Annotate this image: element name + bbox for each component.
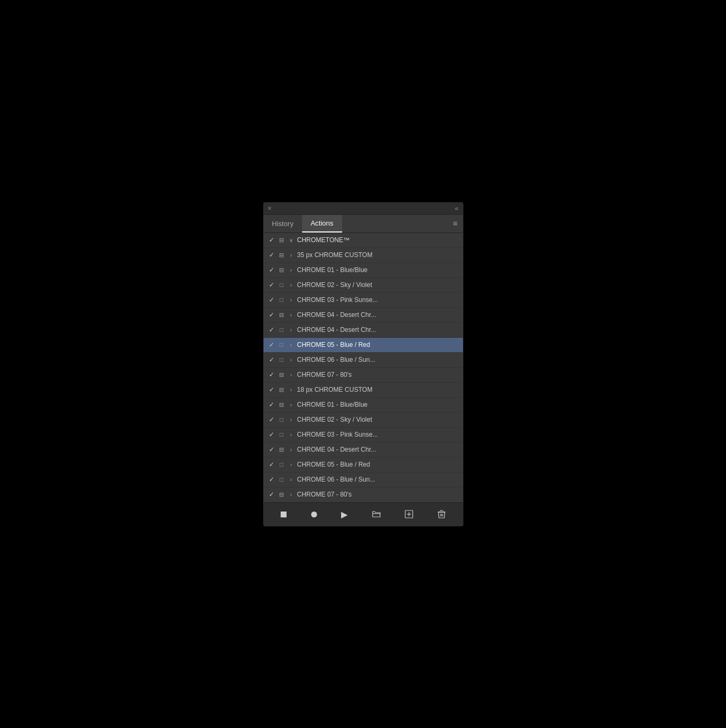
new-set-button[interactable] xyxy=(368,508,385,520)
folder-icon-12: ⊟ xyxy=(276,401,287,408)
action-row-16[interactable]: ✓ □ › CHROME 05 - Blue / Red xyxy=(264,458,463,473)
action-row-18[interactable]: ✓ ⊟ › CHROME 07 - 80's xyxy=(264,487,463,502)
check-icon-8: ✓ xyxy=(267,341,276,348)
empty-icon-7: □ xyxy=(276,327,287,333)
expand-icon-4[interactable]: › xyxy=(287,282,296,288)
empty-icon-8: □ xyxy=(276,342,287,348)
expand-icon-18[interactable]: › xyxy=(287,492,296,498)
check-icon-10: ✓ xyxy=(267,371,276,378)
action-row-6[interactable]: ✓ ⊟ › CHROME 04 - Desert Chr... xyxy=(264,308,463,323)
check-icon-9: ✓ xyxy=(267,356,276,363)
expand-icon-6[interactable]: › xyxy=(287,312,296,318)
expand-icon-9[interactable]: › xyxy=(287,357,296,363)
action-row-9[interactable]: ✓ □ › CHROME 06 - Blue / Sun... xyxy=(264,353,463,368)
panel-menu-icon[interactable]: ≡ xyxy=(447,215,462,232)
row-label-13: CHROME 02 - Sky / Violet xyxy=(296,416,460,423)
check-icon-16: ✓ xyxy=(267,461,276,468)
row-label-7: CHROME 04 - Desert Chr... xyxy=(296,326,460,334)
folder-icon-18: ⊟ xyxy=(276,491,287,498)
action-row-7[interactable]: ✓ □ › CHROME 04 - Desert Chr... xyxy=(264,323,463,338)
expand-icon-16[interactable]: › xyxy=(287,462,296,468)
actions-list[interactable]: ✓ ⊟ ∨ CHROMETONE™ ✓ ⊟ › 35 px CHROME CUS… xyxy=(264,233,463,502)
action-row-13[interactable]: ✓ □ › CHROME 02 - Sky / Violet xyxy=(264,413,463,428)
empty-icon-14: □ xyxy=(276,431,287,438)
action-row-2[interactable]: ✓ ⊟ › 35 px CHROME CUSTOM xyxy=(264,248,463,263)
expand-icon-10[interactable]: › xyxy=(287,372,296,378)
check-icon-3: ✓ xyxy=(267,266,276,274)
folder-icon-10: ⊟ xyxy=(276,371,287,378)
expand-icon-5[interactable]: › xyxy=(287,297,296,303)
action-row-chrometone[interactable]: ✓ ⊟ ∨ CHROMETONE™ xyxy=(264,233,463,248)
action-row-4[interactable]: ✓ □ › CHROME 02 - Sky / Violet xyxy=(264,278,463,293)
row-label-5: CHROME 03 - Pink Sunse... xyxy=(296,296,460,304)
check-icon-12: ✓ xyxy=(267,401,276,408)
action-row-14[interactable]: ✓ □ › CHROME 03 - Pink Sunse... xyxy=(264,428,463,443)
empty-icon-9: □ xyxy=(276,357,287,363)
tab-history[interactable]: History xyxy=(264,215,302,232)
record-icon xyxy=(311,512,317,517)
check-icon-18: ✓ xyxy=(267,491,276,498)
row-label-12: CHROME 01 - Blue/Blue xyxy=(296,401,460,408)
row-label-8: CHROME 05 - Blue / Red xyxy=(296,341,460,348)
action-row-15[interactable]: ✓ ⊟ › CHROME 04 - Desert Chr... xyxy=(264,443,463,458)
expand-icon-13[interactable]: › xyxy=(287,417,296,423)
expand-icon-14[interactable]: › xyxy=(287,432,296,438)
check-icon-13: ✓ xyxy=(267,416,276,423)
stop-button[interactable] xyxy=(276,509,291,520)
folder-icon-3: ⊟ xyxy=(276,267,287,274)
add-icon xyxy=(405,510,413,518)
check-icon-1: ✓ xyxy=(267,236,276,244)
close-button[interactable]: × xyxy=(268,205,272,212)
check-icon-14: ✓ xyxy=(267,431,276,438)
expand-icon-8[interactable]: › xyxy=(287,342,296,348)
title-bar: × « xyxy=(264,203,463,215)
row-label-6: CHROME 04 - Desert Chr... xyxy=(296,311,460,319)
check-icon-6: ✓ xyxy=(267,311,276,319)
row-label-4: CHROME 02 - Sky / Violet xyxy=(296,281,460,289)
delete-button[interactable] xyxy=(434,508,450,521)
trash-icon xyxy=(438,510,445,518)
new-action-button[interactable] xyxy=(400,508,418,521)
expand-icon-12[interactable]: › xyxy=(287,402,296,408)
row-label-15: CHROME 04 - Desert Chr... xyxy=(296,446,460,453)
action-row-8[interactable]: ✓ □ › CHROME 05 - Blue / Red xyxy=(264,338,463,353)
expand-icon-1[interactable]: ∨ xyxy=(287,237,296,243)
actions-panel: × « History Actions ≡ ✓ ⊟ ∨ CHROMETONE™ … xyxy=(263,202,464,526)
row-label-3: CHROME 01 - Blue/Blue xyxy=(296,266,460,274)
row-label-18: CHROME 07 - 80's xyxy=(296,491,460,498)
row-label-14: CHROME 03 - Pink Sunse... xyxy=(296,431,460,438)
bottom-toolbar: ▶ xyxy=(264,502,463,526)
record-button[interactable] xyxy=(307,509,321,520)
expand-icon-11[interactable]: › xyxy=(287,387,296,393)
collapse-icon[interactable]: « xyxy=(455,205,459,212)
action-row-5[interactable]: ✓ □ › CHROME 03 - Pink Sunse... xyxy=(264,293,463,308)
empty-icon-5: □ xyxy=(276,297,287,303)
check-icon-2: ✓ xyxy=(267,251,276,259)
action-row-12[interactable]: ✓ ⊟ › CHROME 01 - Blue/Blue xyxy=(264,398,463,413)
check-icon-17: ✓ xyxy=(267,476,276,483)
folder-icon-11: ⊟ xyxy=(276,386,287,393)
row-label-1: CHROMETONE™ xyxy=(296,236,460,244)
action-row-3[interactable]: ✓ ⊟ › CHROME 01 - Blue/Blue xyxy=(264,263,463,278)
row-label-11: 18 px CHROME CUSTOM xyxy=(296,386,460,393)
row-label-17: CHROME 06 - Blue / Sun... xyxy=(296,476,460,483)
expand-icon-3[interactable]: › xyxy=(287,267,296,273)
expand-icon-2[interactable]: › xyxy=(287,252,296,258)
tabs-bar: History Actions ≡ xyxy=(264,215,463,233)
action-row-17[interactable]: ✓ □ › CHROME 06 - Blue / Sun... xyxy=(264,473,463,487)
action-row-10[interactable]: ✓ ⊟ › CHROME 07 - 80's xyxy=(264,368,463,383)
row-label-2: 35 px CHROME CUSTOM xyxy=(296,251,460,259)
check-icon-7: ✓ xyxy=(267,326,276,334)
play-button[interactable]: ▶ xyxy=(337,507,352,522)
row-label-9: CHROME 06 - Blue / Sun... xyxy=(296,356,460,363)
folder-icon-2: ⊟ xyxy=(276,252,287,259)
action-row-11[interactable]: ✓ ⊟ › 18 px CHROME CUSTOM xyxy=(264,383,463,398)
expand-icon-17[interactable]: › xyxy=(287,477,296,483)
expand-icon-15[interactable]: › xyxy=(287,447,296,453)
check-icon-5: ✓ xyxy=(267,296,276,304)
row-label-16: CHROME 05 - Blue / Red xyxy=(296,461,460,468)
expand-icon-7[interactable]: › xyxy=(287,327,296,333)
tab-actions[interactable]: Actions xyxy=(302,215,342,233)
folder-open-icon xyxy=(372,510,381,518)
empty-icon-4: □ xyxy=(276,282,287,288)
